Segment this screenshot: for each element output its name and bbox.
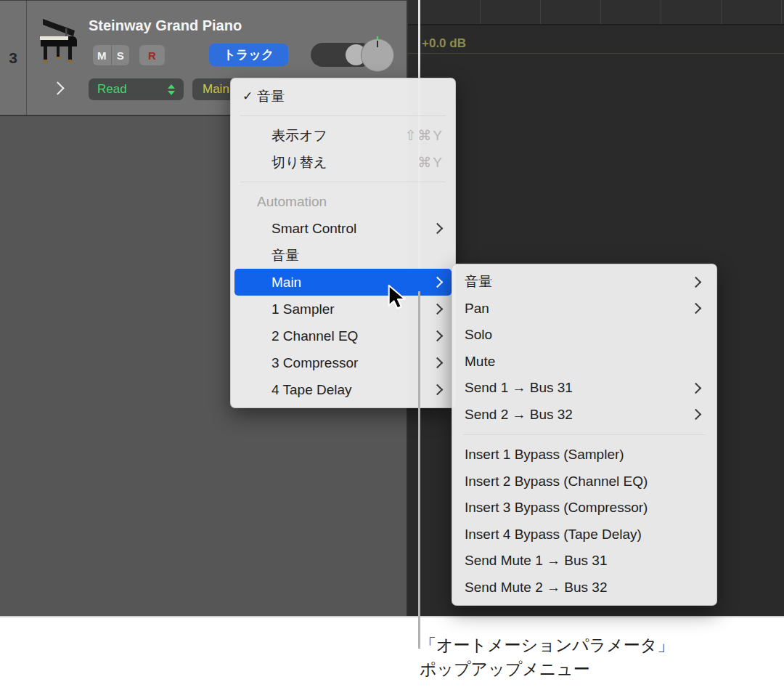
submenu-item-send-1[interactable]: Send 1 → Bus 31 <box>452 375 716 402</box>
ruler-gridline <box>600 0 601 24</box>
menu-item-volume-checked[interactable]: ✓ 音量 <box>231 83 455 110</box>
submenu-item-solo[interactable]: Solo <box>452 322 716 349</box>
menu-item-display-off[interactable]: 表示オフ ⇧⌘Y <box>231 122 455 149</box>
screenshot-bottom-edge <box>0 616 784 617</box>
ruler-gridline <box>781 0 782 24</box>
mouse-cursor-icon <box>388 285 409 312</box>
menu-separator <box>240 182 446 182</box>
submenu-chevron-icon <box>432 304 444 315</box>
automation-curve-line[interactable] <box>408 53 784 54</box>
track-name[interactable]: Steinway Grand Piano <box>89 17 242 34</box>
mute-solo-group: M S <box>93 45 129 65</box>
submenu-chevron-icon <box>690 276 702 288</box>
menu-item-smart-control[interactable]: Smart Control <box>231 215 455 242</box>
menu-item-3-compressor[interactable]: 3 Compressor <box>231 349 455 376</box>
submenu-item-insert-4-bypass[interactable]: Insert 4 Bypass (Tape Delay) <box>452 521 716 548</box>
submenu-chevron-icon <box>432 384 444 396</box>
submenu-item-send-2[interactable]: Send 2 → Bus 32 <box>452 402 716 429</box>
submenu-chevron-icon <box>690 382 702 394</box>
menu-separator <box>240 115 446 116</box>
caption-line-2: ポップアップメニュー <box>420 657 674 681</box>
submenu-chevron-icon <box>690 409 702 421</box>
screenshot-root: +0.0 dB 3 Steinway G <box>0 0 784 690</box>
submenu-item-send-mute-2[interactable]: Send Mute 2 → Bus 32 <box>452 575 716 601</box>
menu-item-toggle[interactable]: 切り替え ⌘Y <box>231 149 455 176</box>
knob-pointer <box>377 41 378 47</box>
submenu-chevron-icon <box>690 303 702 314</box>
timeline-ruler[interactable] <box>408 0 784 25</box>
submenu-item-pan[interactable]: Pan <box>452 296 716 322</box>
disclosure-chevron-icon[interactable] <box>51 81 64 94</box>
menu-section-automation: Automation <box>231 188 455 215</box>
knob-green-tick <box>377 36 378 40</box>
automation-db-value: +0.0 dB <box>422 36 466 51</box>
track-automation-button[interactable]: トラック <box>209 44 288 66</box>
rotary-knob[interactable] <box>361 38 394 72</box>
submenu-chevron-icon <box>432 330 444 342</box>
submenu-item-insert-1-bypass[interactable]: Insert 1 Bypass (Sampler) <box>452 442 716 468</box>
track-number: 3 <box>0 1 27 115</box>
callout-caption: 「オートメーションパラメータ」 ポップアップメニュー <box>420 633 674 681</box>
automation-mode-popup[interactable]: Read <box>89 78 184 100</box>
ruler-gridline <box>661 0 661 24</box>
submenu-chevron-icon <box>432 223 444 235</box>
submenu-item-mute[interactable]: Mute <box>452 349 716 376</box>
submenu-chevron-icon <box>432 277 444 288</box>
check-icon: ✓ <box>242 89 257 104</box>
menu-item-4-tape-delay[interactable]: 4 Tape Delay <box>231 376 455 403</box>
automation-mode-label: Read <box>97 82 127 97</box>
shortcut-label: ⇧⌘Y <box>404 127 444 144</box>
solo-button[interactable]: S <box>112 45 130 65</box>
menu-item-volume[interactable]: 音量 <box>231 242 455 269</box>
shortcut-label: ⌘Y <box>417 154 444 171</box>
automation-parameter-menu: ✓ 音量 表示オフ ⇧⌘Y 切り替え ⌘Y Automation Smart C… <box>230 78 456 408</box>
callout-line <box>418 291 420 649</box>
ruler-gridline <box>480 0 481 24</box>
submenu-item-insert-2-bypass[interactable]: Insert 2 Bypass (Channel EQ) <box>452 468 716 495</box>
submenu-item-send-mute-1[interactable]: Send Mute 1 → Bus 31 <box>452 548 716 575</box>
ruler-gridline <box>540 0 541 24</box>
submenu-item-insert-3-bypass[interactable]: Insert 3 Bypass (Compressor) <box>452 495 716 521</box>
ruler-gridline <box>721 0 722 24</box>
submenu-chevron-icon <box>432 357 444 369</box>
grand-piano-icon <box>38 18 78 68</box>
caption-line-1: 「オートメーションパラメータ」 <box>420 633 674 657</box>
main-parameter-submenu: 音量 Pan Solo Mute Send 1 → Bus 31 Send 2 … <box>452 264 717 606</box>
record-enable-button[interactable]: R <box>139 45 165 65</box>
automation-parameter-label: Main <box>203 82 229 97</box>
menu-item-1-sampler[interactable]: 1 Sampler <box>231 296 455 322</box>
submenu-item-volume[interactable]: 音量 <box>452 269 716 296</box>
mute-button[interactable]: M <box>93 45 112 65</box>
up-down-chevrons-icon <box>168 84 175 95</box>
menu-item-2-channel-eq[interactable]: 2 Channel EQ <box>231 322 455 349</box>
menu-separator <box>463 434 706 435</box>
